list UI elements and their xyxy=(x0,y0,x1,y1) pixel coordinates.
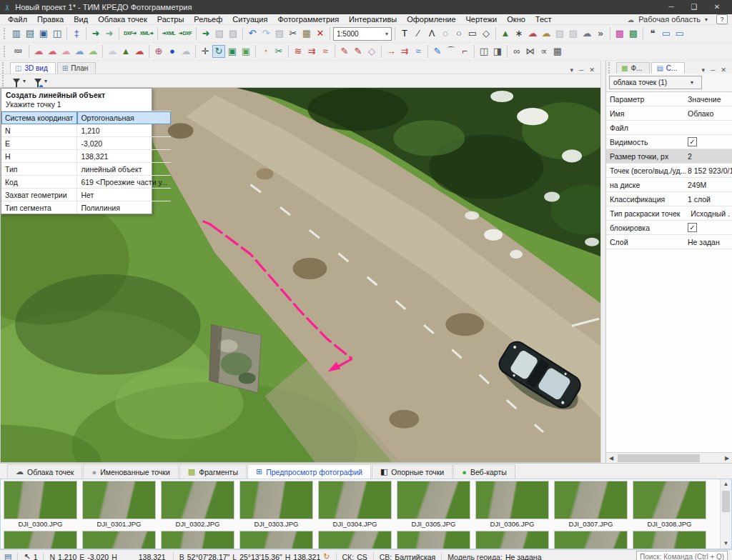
circle-icon[interactable]: ○ xyxy=(452,27,465,40)
pencil-blue-icon[interactable]: ✎ xyxy=(431,45,444,58)
plotter-icon[interactable]: ▤ xyxy=(4,552,11,560)
photo-thumbnail[interactable] xyxy=(82,531,156,549)
fragment-green-icon[interactable]: ▩ xyxy=(627,27,640,40)
photo-image-2[interactable] xyxy=(161,481,234,519)
photo-image-1[interactable] xyxy=(82,481,156,519)
zigzag-icon[interactable]: ≋ xyxy=(292,45,305,58)
import-cloud-icon[interactable]: ➜ xyxy=(89,27,102,40)
polyline-icon[interactable]: Λ xyxy=(425,27,438,40)
vertical-splitter[interactable] xyxy=(600,61,605,463)
object-type-select[interactable]: облака точек (1) ▾ xyxy=(609,76,702,89)
toolbar1-handle[interactable] xyxy=(4,28,8,39)
popup-value-3[interactable]: 138,321 xyxy=(77,150,171,163)
view-tab-1[interactable]: ⊞План xyxy=(57,62,97,74)
redo-icon[interactable]: ↷ xyxy=(259,27,272,40)
filter-icon[interactable] xyxy=(13,79,20,84)
photo-image-0[interactable] xyxy=(4,481,77,519)
row-value-7[interactable]: Исходный . xyxy=(686,209,732,218)
pane-minimize-button[interactable]: ─ xyxy=(579,66,583,74)
row-checkbox-8[interactable]: ✓ xyxy=(688,223,697,232)
workspace-menu[interactable]: Рабочая область xyxy=(638,15,701,24)
command-search-input[interactable] xyxy=(636,551,728,560)
photo-image-next-7[interactable] xyxy=(554,531,628,549)
panel-right-icon[interactable]: ▭ xyxy=(673,27,686,40)
export-xml-icon[interactable]: XML➜ xyxy=(139,27,154,40)
photo-image-6[interactable] xyxy=(475,481,549,519)
row-value-4[interactable]: 8 152 923/0/113 xyxy=(686,166,732,175)
link-icon[interactable]: ∞ xyxy=(510,45,523,58)
photo-thumbnail[interactable] xyxy=(475,531,549,549)
photo-image-3[interactable] xyxy=(239,481,313,519)
fragment-magenta-icon[interactable]: ▩ xyxy=(613,27,626,40)
building-icon[interactable]: ▦ xyxy=(551,45,564,58)
photo-vscrollbar[interactable]: ▲ ▼ xyxy=(720,479,731,549)
properties-minimize-button[interactable]: ─ xyxy=(711,66,715,74)
photo-image-next-2[interactable] xyxy=(161,531,234,549)
overflow-icon[interactable]: » xyxy=(594,27,607,40)
hscroll-thumb[interactable] xyxy=(618,454,700,462)
row-value-5[interactable]: 249М xyxy=(686,181,732,189)
cut-plane-icon[interactable]: ✂ xyxy=(272,45,285,58)
vscroll-thumb[interactable] xyxy=(722,491,730,512)
view-tab-0[interactable]: ◫3D вид xyxy=(10,62,56,74)
properties-tab-1[interactable]: ▤С... xyxy=(651,62,685,74)
pointer-select-icon[interactable]: ↖ xyxy=(24,552,30,560)
menu-2[interactable]: Вид xyxy=(69,15,93,24)
rotate-system-icon[interactable]: ↻ xyxy=(323,552,330,560)
photo-image-8[interactable] xyxy=(633,481,706,519)
photo-image-7[interactable] xyxy=(554,481,628,519)
menu-4[interactable]: Растры xyxy=(152,15,189,24)
raster-gray2-icon[interactable]: ▨ xyxy=(567,27,580,40)
menu-6[interactable]: Ситуация xyxy=(227,15,272,24)
photo-thumbnail[interactable] xyxy=(318,531,392,549)
import-dxf-icon[interactable]: ➜DXF xyxy=(177,27,193,40)
photo-thumbnail[interactable]: DJI_0302.JPG xyxy=(161,481,234,529)
filter-add-icon[interactable] xyxy=(34,79,41,84)
popup-value-7[interactable]: Полилиния xyxy=(77,201,171,214)
row-checkbox-2[interactable]: ✓ xyxy=(688,137,697,146)
photo-image-5[interactable] xyxy=(397,481,470,519)
cloud-dark-icon[interactable]: ☁ xyxy=(580,27,593,40)
row-value-9[interactable]: Не задан xyxy=(686,238,732,246)
properties-tab-0[interactable]: ▩Ф... xyxy=(616,62,650,74)
close-button[interactable]: ✕ xyxy=(706,1,728,14)
scroll-down-icon[interactable]: ▼ xyxy=(723,539,729,549)
draw-points-icon[interactable]: ✎ xyxy=(338,45,351,58)
join-icon[interactable]: ⋈ xyxy=(524,45,537,58)
popup-value-6[interactable]: Нет xyxy=(77,189,171,201)
sphere-point-icon[interactable]: ● xyxy=(166,45,179,58)
undo-icon[interactable]: ↶ xyxy=(246,27,259,40)
box-icon[interactable]: ▣ xyxy=(239,45,252,58)
swap-area-icon[interactable]: ◫ xyxy=(478,45,490,58)
text-icon[interactable]: T xyxy=(398,27,411,40)
toolbar2-handle[interactable] xyxy=(4,46,8,57)
row-value-0[interactable]: Облако xyxy=(686,109,732,118)
line-icon[interactable]: ∕ xyxy=(412,27,425,40)
tabstrip-handle[interactable] xyxy=(2,62,6,74)
offset-line-icon[interactable]: → xyxy=(385,45,397,58)
star-points-icon[interactable]: ◇ xyxy=(365,45,378,58)
bottom-tab-0[interactable]: ☁Облака точек xyxy=(7,464,82,479)
corner-icon[interactable]: ⌐ xyxy=(458,45,471,58)
polygon-icon[interactable]: ◇ xyxy=(480,27,493,40)
pane-menu-button[interactable]: ▾ xyxy=(570,66,574,74)
surface-icon[interactable]: ▲ xyxy=(499,27,512,40)
cloud-sector2-icon[interactable]: ☁ xyxy=(46,45,59,58)
menu-1[interactable]: Правка xyxy=(32,15,69,24)
marker-levels-icon[interactable]: ‡ xyxy=(70,27,83,40)
photo-image-next-0[interactable] xyxy=(4,531,77,549)
properties-close-button[interactable]: ✕ xyxy=(721,66,726,74)
cloud-relief-icon[interactable]: ▲ xyxy=(119,45,132,58)
photo-thumbnail[interactable] xyxy=(239,531,313,549)
properties-menu-button[interactable]: ▾ xyxy=(702,66,706,74)
photo-thumbnail[interactable] xyxy=(161,531,234,549)
cloud-white-icon[interactable]: ☁ xyxy=(106,45,119,58)
binary-icon[interactable]: 010 xyxy=(10,45,26,58)
photo-thumbnail[interactable]: DJI_0300.JPG xyxy=(4,481,77,529)
menu-5[interactable]: Рельеф xyxy=(189,15,227,24)
cloud-gray-icon[interactable]: ☁ xyxy=(179,45,192,58)
popup-value-1[interactable]: 1,210 xyxy=(77,124,171,137)
raster-gray-icon[interactable]: ▧ xyxy=(553,27,566,40)
photo-thumbnail[interactable]: DJI_0301.JPG xyxy=(82,481,156,529)
bottom-tab-1[interactable]: ●Именованные точки xyxy=(83,464,178,479)
